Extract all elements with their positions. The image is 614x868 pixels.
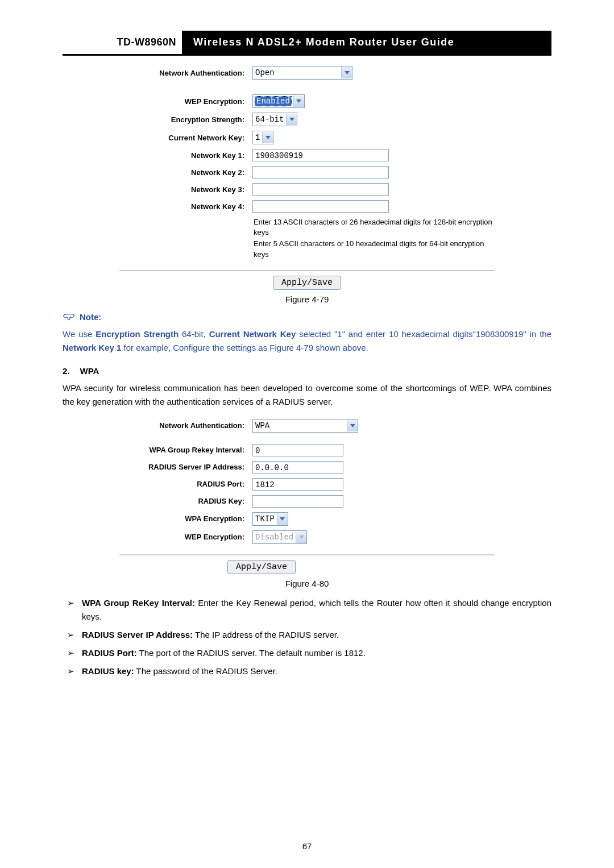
wep-encryption-select[interactable]: Enabled bbox=[252, 94, 305, 108]
wpa-heading: 2. WPA bbox=[63, 366, 551, 376]
divider bbox=[119, 554, 495, 555]
network-key-4-label: Network Key 4: bbox=[119, 202, 252, 211]
current-network-key-select[interactable]: 1 bbox=[252, 131, 273, 144]
chevron-down-icon bbox=[341, 67, 352, 78]
network-key-1-input[interactable]: 1908300919 bbox=[252, 149, 389, 161]
network-auth-label: Network Authentication: bbox=[119, 421, 252, 430]
encryption-strength-value: 64-bit bbox=[255, 115, 284, 124]
section-title: WPA bbox=[80, 366, 99, 376]
list-item: RADIUS Server IP Address: The IP address… bbox=[65, 628, 551, 642]
bullet-term: WPA Group ReKey Interval: bbox=[82, 598, 195, 608]
current-network-key-label: Current Network Key: bbox=[119, 134, 252, 142]
chevron-down-icon bbox=[347, 420, 358, 431]
chevron-down-icon bbox=[277, 513, 288, 525]
pointing-hand-icon bbox=[63, 312, 75, 321]
note-text: for example, Configure the settings as F… bbox=[121, 343, 368, 352]
note-body: We use Encryption Strength 64-bit, Curre… bbox=[63, 327, 551, 355]
apply-save-button[interactable]: Apply/Save bbox=[227, 560, 296, 574]
figure-80-panel: Network Authentication: WPA WPA Group Re… bbox=[119, 419, 495, 544]
note-label: Note: bbox=[80, 312, 101, 322]
bullet-desc: The IP address of the RADIUS server. bbox=[193, 630, 339, 639]
network-auth-value: WPA bbox=[255, 421, 269, 430]
chevron-down-icon bbox=[262, 132, 273, 143]
wpa-encryption-value: TKIP bbox=[255, 514, 275, 524]
note-text: selected "1" and enter 10 hexadecimal di… bbox=[296, 329, 551, 339]
divider bbox=[119, 270, 495, 271]
key-hint-64: Enter 5 ASCII characters or 10 hexadecim… bbox=[254, 239, 495, 259]
wep-encryption-label: WEP Encryption: bbox=[119, 97, 252, 106]
figure-80-caption: Figure 4-80 bbox=[63, 579, 551, 588]
list-item: WPA Group ReKey Interval: Enter the Key … bbox=[65, 596, 551, 624]
note-text: 64-bit, bbox=[179, 329, 209, 339]
radius-port-input[interactable]: 1812 bbox=[252, 478, 343, 491]
radius-ip-label: RADIUS Server IP Address: bbox=[119, 463, 252, 471]
network-key-4-input[interactable] bbox=[252, 200, 389, 213]
note-text: We use bbox=[63, 329, 96, 339]
bullet-term: RADIUS Server IP Address: bbox=[82, 630, 193, 639]
encryption-strength-label: Encryption Strength: bbox=[119, 115, 252, 124]
apply-save-button[interactable]: Apply/Save bbox=[273, 276, 341, 290]
wpa-paragraph: WPA security for wireless communication … bbox=[63, 381, 551, 409]
figure-79-panel: Network Authentication: Open WEP Encrypt… bbox=[119, 66, 495, 260]
bullet-term: RADIUS key: bbox=[82, 666, 134, 676]
note-bold: Encryption Strength bbox=[96, 329, 179, 339]
network-key-2-input[interactable] bbox=[252, 166, 389, 178]
wep-encryption-select: Disabled bbox=[252, 530, 307, 544]
wep-encryption-value: Disabled bbox=[255, 533, 293, 542]
list-item: RADIUS Port: The port of the RADIUS serv… bbox=[65, 646, 551, 660]
encryption-strength-select[interactable]: 64-bit bbox=[252, 113, 297, 126]
network-key-2-label: Network Key 2: bbox=[119, 168, 252, 177]
wpa-rekey-input[interactable]: 0 bbox=[252, 444, 343, 456]
network-key-3-input[interactable] bbox=[252, 183, 389, 196]
radius-port-label: RADIUS Port: bbox=[119, 480, 252, 488]
chevron-down-icon bbox=[286, 114, 297, 125]
chevron-down-icon bbox=[296, 531, 306, 543]
network-auth-value: Open bbox=[255, 68, 275, 77]
page-number: 67 bbox=[0, 841, 614, 851]
note-heading: Note: bbox=[63, 312, 551, 322]
bullet-term: RADIUS Port: bbox=[82, 648, 137, 658]
network-auth-select[interactable]: Open bbox=[252, 66, 352, 80]
wpa-encryption-label: WPA Encryption: bbox=[119, 514, 252, 523]
radius-key-input[interactable] bbox=[252, 495, 343, 508]
radius-ip-input[interactable]: 0.0.0.0 bbox=[252, 461, 343, 474]
wep-encryption-label: WEP Encryption: bbox=[119, 533, 252, 541]
bullet-desc: The password of the RADIUS Server. bbox=[134, 666, 277, 676]
key-hint-128: Enter 13 ASCII characters or 26 hexadeci… bbox=[254, 217, 495, 238]
wep-encryption-value: Enabled bbox=[255, 97, 291, 106]
page: TD-W8960N Wireless N ADSL2+ Modem Router… bbox=[0, 0, 614, 868]
page-header: TD-W8960N Wireless N ADSL2+ Modem Router… bbox=[63, 31, 551, 56]
note-bold: Network Key 1 bbox=[63, 343, 121, 352]
radius-key-label: RADIUS Key: bbox=[119, 497, 252, 505]
wpa-encryption-select[interactable]: TKIP bbox=[252, 512, 288, 526]
network-key-1-label: Network Key 1: bbox=[119, 151, 252, 160]
wpa-rekey-label: WPA Group Rekey Interval: bbox=[119, 446, 252, 454]
chevron-down-icon bbox=[293, 95, 304, 107]
figure-79-caption: Figure 4-79 bbox=[63, 294, 551, 304]
section-number: 2. bbox=[63, 366, 70, 376]
feature-list: WPA Group ReKey Interval: Enter the Key … bbox=[63, 596, 551, 678]
note-bold: Current Network Key bbox=[209, 329, 296, 339]
network-auth-label: Network Authentication: bbox=[119, 69, 252, 77]
network-auth-select[interactable]: WPA bbox=[252, 419, 358, 433]
header-model: TD-W8960N bbox=[63, 31, 182, 54]
bullet-desc: The port of the RADIUS server. The defau… bbox=[137, 648, 366, 658]
list-item: RADIUS key: The password of the RADIUS S… bbox=[65, 665, 551, 678]
current-network-key-value: 1 bbox=[255, 133, 260, 142]
header-title: Wireless N ADSL2+ Modem Router User Guid… bbox=[182, 31, 551, 54]
network-key-3-label: Network Key 3: bbox=[119, 185, 252, 194]
